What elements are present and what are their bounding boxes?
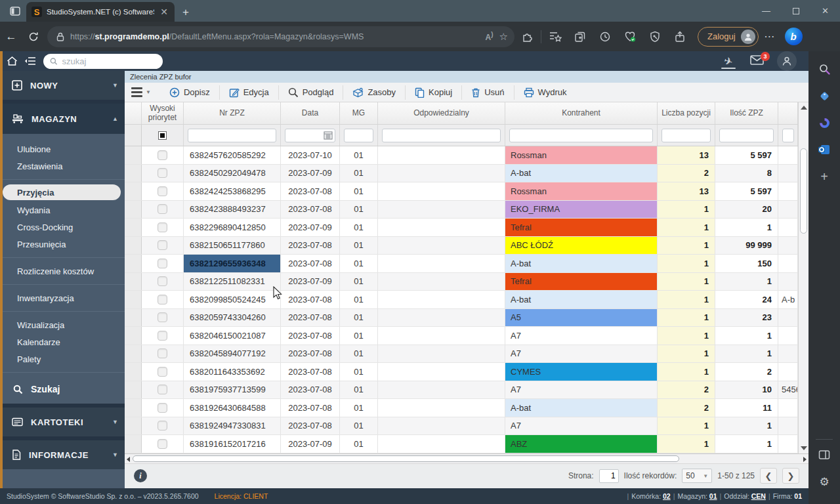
history-icon[interactable] — [593, 31, 618, 43]
sidebar-item-palety[interactable]: Palety — [3, 350, 125, 368]
date-cell[interactable]: 2023-07-09 — [281, 435, 340, 453]
kontrahent-cell[interactable]: Rossman — [505, 182, 658, 200]
date-cell[interactable]: 2023-07-09 — [281, 273, 340, 291]
zpz-number-cell[interactable]: 6381926430684588 — [184, 399, 281, 417]
zpz-number-cell[interactable]: 6382423888493237 — [184, 201, 281, 219]
row-header[interactable] — [125, 165, 142, 182]
sidebar-toggle-icon[interactable] — [816, 446, 833, 463]
zpz-quantity-cell[interactable]: 1 — [715, 273, 778, 291]
table-row[interactable]: 63820116433536922023-07-0801CYMES12 — [125, 363, 808, 381]
zpz-quantity-cell[interactable]: 150 — [715, 255, 778, 272]
row-header[interactable] — [125, 363, 142, 381]
kontrahent-cell[interactable]: A-bat — [505, 291, 658, 308]
mg-cell[interactable]: 01 — [340, 327, 378, 345]
positions-count-cell[interactable]: 13 — [658, 182, 715, 200]
extra-cell[interactable] — [778, 237, 798, 255]
row-header[interactable] — [125, 417, 142, 435]
row-checkbox[interactable] — [158, 240, 167, 250]
odpowiedzialny-filter-input[interactable] — [382, 129, 501, 142]
row-checkbox[interactable] — [158, 312, 167, 322]
responsible-cell[interactable] — [378, 309, 505, 327]
responsible-cell[interactable] — [378, 399, 505, 417]
zpz-number-cell[interactable]: 6382296890412850 — [184, 219, 281, 236]
sidebar-section-nowy[interactable]: NOWY ▼ — [3, 71, 125, 100]
mg-cell[interactable]: 01 — [340, 381, 378, 399]
date-cell[interactable]: 2023-07-08 — [281, 399, 340, 417]
extra-cell[interactable] — [778, 309, 798, 327]
row-header[interactable] — [125, 345, 142, 363]
row-checkbox[interactable] — [158, 439, 167, 449]
zpz-quantity-cell[interactable]: 5 597 — [715, 146, 778, 164]
column-header-data[interactable]: Data — [281, 102, 340, 124]
scroll-left-icon[interactable] — [127, 457, 130, 462]
zpz-quantity-cell[interactable]: 11 — [715, 399, 778, 417]
kontrahent-cell[interactable]: CYMES — [505, 363, 658, 381]
responsible-cell[interactable] — [378, 237, 505, 255]
positions-count-cell[interactable]: 1 — [658, 309, 715, 327]
kontrahent-cell[interactable]: A7 — [505, 345, 658, 363]
vertical-scroll-thumb[interactable] — [800, 148, 807, 234]
zpz-number-cell[interactable]: 6381916152017216 — [184, 435, 281, 453]
collections-icon[interactable] — [568, 31, 593, 43]
mg-cell[interactable]: 01 — [340, 291, 378, 308]
nr-zpz-filter-input[interactable] — [188, 129, 276, 142]
sidebar-item-przyjecia[interactable]: Przyjęcia — [3, 184, 121, 200]
home-icon[interactable] — [3, 56, 21, 66]
sidebar-item-zestawienia[interactable]: Zestawienia — [3, 158, 125, 175]
zpz-quantity-cell[interactable]: 5 597 — [715, 182, 778, 200]
date-cell[interactable]: 2023-07-08 — [281, 327, 340, 345]
sidebar-item-przesuniecia[interactable]: Przesunięcia — [3, 236, 125, 253]
preview-button[interactable]: Podgląd — [279, 85, 344, 100]
zpz-quantity-cell[interactable]: 99 999 — [715, 237, 778, 255]
responsible-cell[interactable] — [378, 435, 505, 453]
extra-cell[interactable] — [778, 327, 798, 345]
kontrahent-cell[interactable]: A7 — [505, 327, 658, 345]
priority-filter-checkbox[interactable] — [158, 131, 167, 140]
sidebar-section-informacje[interactable]: INFORMACJE ▼ — [3, 440, 125, 469]
print-button[interactable]: Wydruk — [514, 85, 576, 100]
kontrahent-cell[interactable]: A5 — [505, 309, 658, 327]
status-komorka[interactable]: Komórka: 02 — [631, 492, 671, 500]
table-row[interactable]: 63824238884932372023-07-0801EKO_FIRMA120 — [125, 201, 808, 219]
positions-count-cell[interactable]: 1 — [658, 237, 715, 255]
positions-count-cell[interactable]: 2 — [658, 165, 715, 182]
row-checkbox[interactable] — [158, 385, 167, 394]
kontrahent-cell[interactable]: A7 — [505, 381, 658, 399]
mg-cell[interactable]: 01 — [340, 399, 378, 417]
zpz-quantity-cell[interactable]: 23 — [715, 309, 778, 327]
row-checkbox[interactable] — [158, 403, 167, 413]
column-header-liczba-pozycji[interactable]: Liczba pozycji — [658, 102, 715, 124]
responsible-cell[interactable] — [378, 255, 505, 272]
row-checkbox[interactable] — [158, 259, 167, 268]
zpz-quantity-cell[interactable]: 1 — [715, 219, 778, 236]
window-minimize-button[interactable]: — — [751, 0, 781, 22]
extra-cell[interactable] — [778, 146, 798, 164]
positions-count-cell[interactable]: 1 — [658, 417, 715, 435]
row-header[interactable] — [125, 237, 142, 255]
extra-cell[interactable]: 5456 — [778, 381, 798, 399]
positions-count-cell[interactable]: 1 — [658, 327, 715, 345]
extra-cell[interactable] — [778, 219, 798, 236]
browser-tab[interactable]: S StudioSystem.NET (c) SoftwareSt ✕ — [26, 2, 175, 22]
kontrahent-cell[interactable]: Rossman — [505, 146, 658, 164]
column-header-priority[interactable]: Wysoki priorytet — [142, 102, 184, 124]
extra-cell[interactable] — [778, 345, 798, 363]
zpz-number-cell[interactable]: 6382045894077192 — [184, 345, 281, 363]
grid-menu-icon[interactable] — [131, 87, 142, 97]
mg-cell[interactable]: 01 — [340, 273, 378, 291]
row-header[interactable] — [125, 435, 142, 453]
kontrahent-cell[interactable]: Tefral — [505, 219, 658, 236]
positions-count-cell[interactable]: 1 — [658, 363, 715, 381]
date-cell[interactable]: 2023-07-08 — [281, 237, 340, 255]
status-magazyn[interactable]: Magazyn: 01 — [677, 492, 717, 500]
date-cell[interactable]: 2023-07-08 — [281, 417, 340, 435]
date-cell[interactable]: 2023-07-08 — [281, 345, 340, 363]
zpz-quantity-cell[interactable]: 1 — [715, 435, 778, 453]
horizontal-scrollbar[interactable] — [125, 453, 808, 464]
date-cell[interactable]: 2023-07-08 — [281, 363, 340, 381]
responsible-cell[interactable] — [378, 165, 505, 182]
positions-count-cell[interactable]: 13 — [658, 146, 715, 164]
row-header[interactable] — [125, 399, 142, 417]
global-search-input[interactable] — [62, 56, 156, 66]
zpz-quantity-cell[interactable]: 8 — [715, 165, 778, 182]
